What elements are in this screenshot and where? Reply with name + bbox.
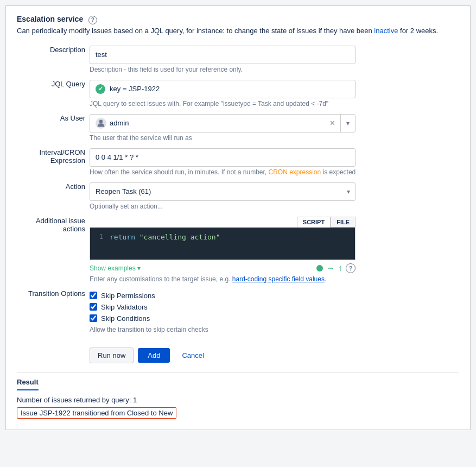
user-chevron-icon[interactable]: ▾: [341, 115, 355, 132]
line-number: 1: [90, 233, 110, 241]
customizations-suffix: .: [325, 275, 326, 283]
as-user-row: As User admin × ▾ The user that the serv…: [17, 111, 459, 145]
result-section: Result Number of issues returned by quer…: [17, 378, 459, 419]
string-value: "cancelling action": [139, 233, 220, 241]
arrow-up-icon[interactable]: ↑: [338, 263, 342, 273]
status-dot-icon: [316, 265, 323, 272]
code-footer: Show examples ▾ → ↑ ?: [90, 263, 356, 273]
additional-actions-row: Additional issue actions SCRIPT FILE 1 r…: [17, 213, 459, 286]
transition-label: Transition Options: [17, 286, 87, 337]
skip-conditions-item[interactable]: Skip Conditions: [90, 314, 457, 323]
person-icon: [97, 119, 105, 128]
description-label: Description: [17, 42, 87, 77]
inactive-link: inactive: [374, 27, 398, 35]
interval-row: Interval/CRON Expression How often the s…: [17, 145, 459, 179]
file-tab[interactable]: FILE: [331, 217, 356, 228]
jql-valid-icon: [96, 84, 105, 94]
skip-permissions-checkbox[interactable]: [90, 292, 97, 299]
cron-link[interactable]: CRON expression: [269, 168, 321, 176]
action-row: Action Reopen Task (61) ▾ Optionally set…: [17, 179, 459, 213]
show-examples-text: Show examples: [90, 264, 136, 272]
jql-hint: JQL query to select issues with. For exa…: [90, 100, 457, 108]
help-icon[interactable]: ?: [88, 16, 97, 24]
description-hint: Description - this field is used for you…: [90, 66, 457, 73]
result-issue: Issue JSP-1922 transitioned from Closed …: [17, 407, 176, 419]
arrow-right-icon[interactable]: →: [326, 263, 335, 273]
show-examples-arrow-icon: ▾: [137, 264, 141, 272]
section-divider: [17, 372, 459, 373]
jql-field-cell: key = JSP-1922 JQL query to select issue…: [87, 77, 459, 111]
description-input[interactable]: [90, 46, 356, 64]
allow-text: Allow the transition to skip certain che…: [90, 326, 457, 333]
info-icon[interactable]: ?: [346, 263, 356, 273]
user-name: admin: [110, 119, 325, 127]
jql-label: JQL Query: [17, 77, 87, 111]
skip-permissions-item[interactable]: Skip Permissions: [90, 292, 457, 300]
user-clear-button[interactable]: ×: [325, 115, 341, 132]
jql-row: JQL Query key = JSP-1922 JQL query to se…: [17, 77, 459, 111]
result-count: Number of issues returned by query: 1: [17, 396, 459, 404]
script-tab[interactable]: SCRIPT: [297, 217, 331, 228]
result-title: Result: [17, 378, 39, 390]
as-user-label: As User: [17, 111, 87, 145]
user-avatar-icon: [96, 118, 106, 129]
code-footer-icons: → ↑ ?: [316, 263, 356, 273]
skip-permissions-label: Skip Permissions: [101, 292, 155, 300]
cancel-button[interactable]: Cancel: [174, 348, 211, 363]
description-field-cell: Description - this field is used for you…: [87, 42, 459, 77]
run-now-button[interactable]: Run now: [90, 348, 134, 363]
jql-field[interactable]: key = JSP-1922: [90, 80, 356, 98]
skip-conditions-label: Skip Conditions: [101, 314, 150, 323]
transition-row: Transition Options Skip Permissions Skip…: [17, 286, 459, 337]
action-select[interactable]: Reopen Task (61): [90, 182, 356, 201]
skip-validators-checkbox[interactable]: [90, 303, 97, 311]
jql-value: key = JSP-1922: [110, 85, 160, 93]
interval-hint-prefix: How often the service should run, in min…: [90, 168, 269, 176]
as-user-field-cell: admin × ▾ The user that the service will…: [87, 111, 459, 145]
show-examples-link[interactable]: Show examples ▾: [90, 264, 141, 272]
customizations-hint: Enter any customisations to the target i…: [90, 275, 457, 283]
user-field[interactable]: admin × ▾: [90, 114, 356, 132]
subtitle: Can periodically modify issues based on …: [17, 27, 459, 35]
skip-validators-item[interactable]: Skip Validators: [90, 303, 457, 311]
button-row: Run now Add Cancel: [17, 348, 459, 363]
code-line-1: 1 return "cancelling action": [90, 233, 355, 241]
action-label: Action: [17, 179, 87, 213]
header-section: Escalation service ? Can periodically mo…: [17, 15, 459, 35]
transition-field-cell: Skip Permissions Skip Validators Skip Co…: [87, 286, 459, 337]
additional-field-cell: SCRIPT FILE 1 return "cancelling action": [87, 213, 459, 286]
description-row: Description Description - this field is …: [17, 42, 459, 77]
interval-field-cell: How often the service should run, in min…: [87, 145, 459, 179]
svg-point-0: [99, 119, 103, 123]
page-title: Escalation service: [17, 15, 83, 23]
skip-conditions-checkbox[interactable]: [90, 314, 97, 322]
field-values-link[interactable]: hard-coding specific field values: [232, 275, 325, 283]
code-editor-wrapper: SCRIPT FILE 1 return "cancelling action": [90, 217, 356, 273]
interval-hint-suffix: is expected: [321, 168, 356, 176]
action-select-wrapper: Reopen Task (61) ▾: [90, 182, 356, 201]
checkbox-group: Skip Permissions Skip Validators Skip Co…: [90, 289, 457, 323]
keyword-return: return: [110, 233, 135, 241]
customizations-prefix: Enter any customisations to the target i…: [90, 275, 232, 283]
additional-label: Additional issue actions: [17, 213, 87, 286]
form-table: Description Description - this field is …: [17, 42, 459, 337]
as-user-hint: The user that the service will run as: [90, 134, 457, 142]
interval-label: Interval/CRON Expression: [17, 145, 87, 179]
skip-validators-label: Skip Validators: [101, 303, 148, 311]
code-editor[interactable]: 1 return "cancelling action": [90, 228, 356, 260]
code-editor-toolbar: SCRIPT FILE: [90, 217, 356, 228]
action-hint: Optionally set an action...: [90, 203, 457, 210]
code-content: return "cancelling action": [110, 233, 220, 241]
main-container: Escalation service ? Can periodically mo…: [5, 5, 471, 430]
interval-hint: How often the service should run, in min…: [90, 168, 457, 176]
add-button[interactable]: Add: [138, 348, 170, 363]
action-field-cell: Reopen Task (61) ▾ Optionally set an act…: [87, 179, 459, 213]
interval-input[interactable]: [90, 148, 356, 167]
